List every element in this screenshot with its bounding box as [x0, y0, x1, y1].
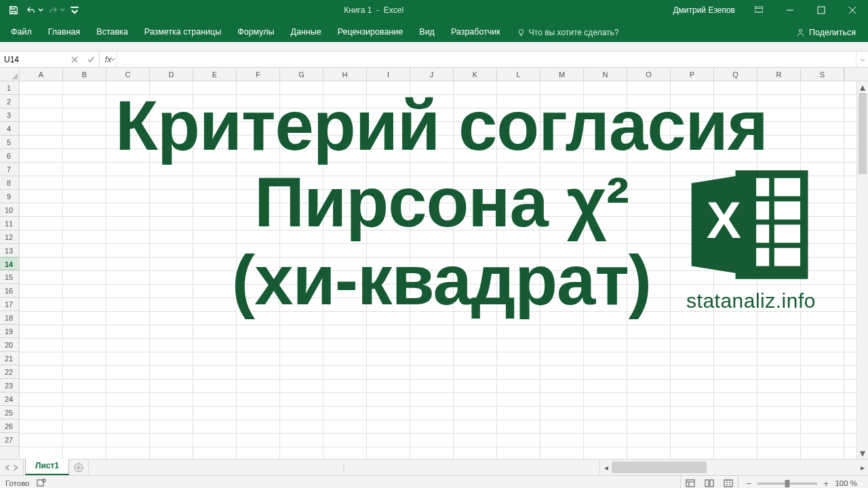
vertical-scrollbar[interactable]: ▴ ▾ — [856, 81, 868, 459]
column-header[interactable]: Q — [714, 68, 757, 81]
zoom-out-button[interactable]: − — [744, 479, 753, 489]
column-header[interactable]: E — [193, 68, 237, 81]
row-header[interactable]: 26 — [0, 420, 19, 433]
zoom-in-button[interactable]: + — [821, 479, 831, 489]
scroll-up-button[interactable]: ▴ — [857, 81, 868, 93]
tab-formulas[interactable]: Формулы — [229, 22, 282, 42]
column-header[interactable]: A — [20, 68, 63, 81]
tab-pagelayout[interactable]: Разметка страницы — [136, 22, 229, 42]
tab-home[interactable]: Главная — [40, 22, 89, 42]
column-header[interactable]: N — [584, 68, 627, 81]
column-header[interactable]: F — [237, 68, 280, 81]
qat-customize[interactable] — [66, 2, 83, 18]
macro-record-button[interactable] — [37, 478, 46, 488]
row-header[interactable]: 8 — [0, 176, 19, 190]
row-header[interactable]: 22 — [0, 365, 19, 379]
row-header[interactable]: 23 — [0, 379, 19, 392]
horizontal-scroll-thumb[interactable] — [612, 462, 707, 473]
zoom-slider-thumb[interactable] — [785, 480, 790, 487]
column-header[interactable]: R — [757, 68, 801, 81]
overlay-line2: Пирсона χ² — [47, 166, 836, 239]
row-header[interactable]: 15 — [0, 270, 19, 284]
row-header[interactable]: 7 — [0, 163, 19, 176]
row-header[interactable]: 20 — [0, 338, 19, 352]
column-header[interactable]: B — [63, 68, 106, 81]
row-header[interactable]: 16 — [0, 284, 19, 298]
tab-file[interactable]: Файл — [3, 22, 40, 42]
cell-grid[interactable]: Критерий согласия Пирсона χ² (хи-квадрат… — [20, 81, 856, 459]
cancel-formula-button[interactable] — [66, 56, 83, 64]
tell-me-search[interactable]: Что вы хотите сделать? — [509, 23, 627, 42]
column-header[interactable]: M — [540, 68, 584, 81]
maximize-button[interactable] — [806, 0, 837, 20]
sheet-nav[interactable] — [0, 460, 24, 475]
close-button[interactable] — [837, 0, 868, 20]
column-header[interactable]: C — [106, 68, 150, 81]
row-header[interactable]: 6 — [0, 149, 19, 163]
scroll-right-button[interactable]: ▸ — [856, 460, 868, 475]
row-header[interactable]: 17 — [0, 298, 19, 311]
redo-button[interactable] — [45, 2, 61, 18]
tab-view[interactable]: Вид — [411, 22, 443, 42]
svg-rect-6 — [774, 178, 800, 197]
tab-insert[interactable]: Вставка — [88, 22, 136, 42]
column-header[interactable]: H — [323, 68, 367, 81]
ribbon-options-button[interactable] — [743, 0, 774, 20]
row-header[interactable]: 18 — [0, 311, 19, 325]
column-header[interactable]: P — [671, 68, 714, 81]
enter-formula-button[interactable] — [83, 56, 99, 64]
name-box[interactable] — [0, 52, 66, 67]
tab-review[interactable]: Рецензирование — [330, 22, 412, 42]
tab-data[interactable]: Данные — [283, 22, 330, 42]
minimize-button[interactable] — [774, 0, 806, 20]
row-header[interactable]: 4 — [0, 122, 19, 136]
scroll-down-button[interactable]: ▾ — [857, 447, 868, 459]
tab-developer[interactable]: Разработчик — [443, 22, 509, 42]
column-header[interactable]: I — [367, 68, 410, 81]
expand-formula-bar[interactable] — [856, 52, 868, 67]
view-pagebreak-button[interactable] — [719, 476, 738, 489]
row-header[interactable]: 11 — [0, 217, 19, 230]
row-header[interactable]: 12 — [0, 230, 19, 244]
redo-dropdown[interactable] — [60, 2, 65, 18]
view-pagelayout-button[interactable] — [700, 476, 719, 489]
row-header[interactable]: 21 — [0, 352, 19, 365]
column-header[interactable]: G — [280, 68, 323, 81]
row-header-active[interactable]: 14 — [0, 257, 19, 270]
row-header[interactable]: 13 — [0, 244, 19, 258]
row-header[interactable]: 2 — [0, 95, 19, 108]
undo-dropdown[interactable] — [38, 2, 43, 18]
new-sheet-button[interactable] — [69, 460, 88, 475]
save-button[interactable] — [5, 2, 22, 18]
row-header[interactable]: 24 — [0, 392, 19, 406]
column-header[interactable]: S — [801, 68, 844, 81]
select-all-button[interactable] — [0, 68, 20, 81]
row-header[interactable]: 27 — [0, 433, 19, 447]
row-header[interactable]: 5 — [0, 136, 19, 149]
share-button[interactable]: Поделиться — [787, 23, 865, 42]
row-header[interactable]: 25 — [0, 406, 19, 420]
svg-rect-1 — [818, 7, 825, 14]
formula-input[interactable] — [117, 52, 856, 67]
view-normal-button[interactable] — [681, 476, 700, 489]
row-header[interactable]: 10 — [0, 203, 19, 217]
row-header[interactable]: 19 — [0, 325, 19, 338]
undo-button[interactable] — [23, 2, 39, 18]
row-header[interactable]: 9 — [0, 190, 19, 203]
vertical-scroll-thumb[interactable] — [859, 93, 867, 174]
row-header[interactable]: 3 — [0, 108, 19, 122]
column-header[interactable]: O — [627, 68, 671, 81]
horizontal-scrollbar[interactable]: ◂ ▸ — [599, 460, 868, 475]
insert-function-button[interactable]: fx — [100, 52, 117, 67]
column-header[interactable]: D — [150, 68, 193, 81]
column-header[interactable]: K — [454, 68, 497, 81]
account-name[interactable]: Дмитрий Езепов — [665, 5, 743, 15]
column-header[interactable]: L — [497, 68, 540, 81]
row-header[interactable]: 1 — [0, 81, 19, 95]
zoom-level[interactable]: 100 % — [835, 479, 857, 487]
scroll-left-button[interactable]: ◂ — [600, 460, 612, 475]
zoom-slider[interactable] — [757, 483, 817, 485]
sheet-tab-splitter[interactable]: ⋮ — [88, 460, 599, 475]
sheet-tab-active[interactable]: Лист1 — [25, 459, 69, 475]
column-header[interactable]: J — [410, 68, 454, 81]
